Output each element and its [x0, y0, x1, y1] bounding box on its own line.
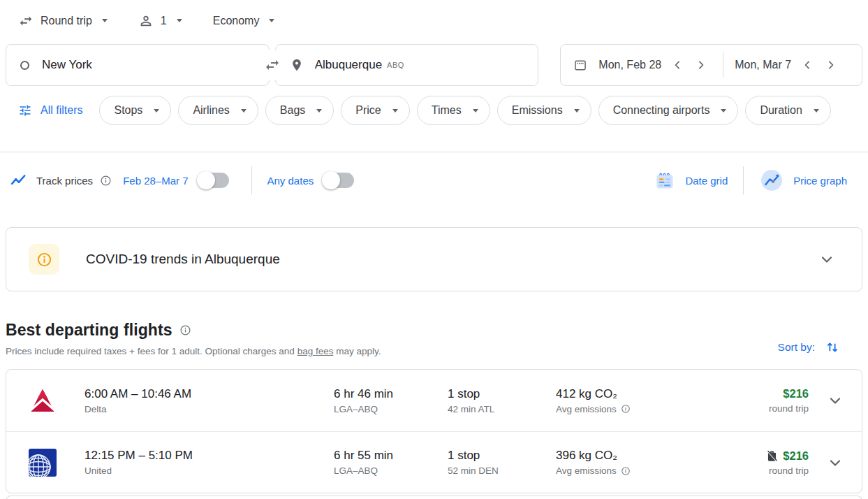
return-date-next-button[interactable] — [819, 53, 843, 77]
filter-bags-label: Bags — [280, 104, 305, 117]
info-icon[interactable] — [621, 404, 631, 414]
chevron-down-icon — [241, 109, 247, 113]
flight-duration: 6 hr 55 min — [334, 449, 448, 463]
expand-flight-button[interactable] — [809, 454, 862, 471]
info-icon[interactable] — [100, 175, 112, 187]
results-heading: Best departing flights — [6, 321, 172, 340]
track-prices-toggle[interactable] — [198, 173, 229, 188]
stops-count: 1 stop — [448, 449, 556, 463]
trip-options-bar: Round trip 1 Economy — [0, 0, 868, 32]
sort-by-label: Sort by: — [778, 341, 815, 354]
cabin-class-label: Economy — [213, 15, 260, 27]
passenger-selector[interactable]: 1 — [138, 13, 182, 29]
disclaimer-prefix: Prices include required taxes + fees for… — [6, 346, 297, 356]
departure-date-value: Mon, Feb 28 — [598, 59, 661, 71]
filter-connecting-airports-label: Connecting airports — [613, 104, 710, 117]
filter-price[interactable]: Price — [341, 96, 409, 125]
duration-cell: 6 hr 46 min LGA–ABQ — [334, 387, 448, 414]
destination-airport-code: ABQ — [387, 61, 404, 69]
flight-row-delta[interactable]: 6:00 AM – 10:46 AM Delta 6 hr 46 min LGA… — [6, 370, 862, 431]
stops-cell: 1 stop 42 min ATL — [448, 387, 556, 414]
return-date-field[interactable]: Mon, Mar 7 — [730, 53, 859, 77]
track-prices-label: Track prices — [36, 175, 93, 187]
sort-by-button[interactable]: Sort by: — [778, 340, 840, 355]
price-graph-label: Price graph — [793, 175, 847, 187]
emissions-value: 396 kg CO₂ — [556, 449, 683, 463]
flight-times: 12:15 PM – 5:10 PM — [84, 449, 334, 463]
filter-duration[interactable]: Duration — [745, 96, 830, 125]
date-grid-icon — [654, 169, 676, 191]
filter-price-label: Price — [355, 104, 381, 117]
stop-detail: 42 min ATL — [448, 404, 556, 414]
info-icon[interactable] — [179, 324, 191, 336]
filter-stops-label: Stops — [114, 104, 142, 117]
filter-airlines[interactable]: Airlines — [178, 96, 258, 125]
swap-origin-destination-button[interactable] — [257, 50, 288, 80]
vertical-divider — [251, 166, 252, 194]
expand-flight-button[interactable] — [809, 392, 862, 409]
chevron-down-icon — [102, 19, 108, 22]
emissions-cell: 412 kg CO₂ Avg emissions — [556, 387, 683, 414]
info-icon[interactable] — [621, 466, 631, 476]
chevron-down-icon — [574, 109, 580, 113]
flight-route: LGA–ABQ — [334, 465, 448, 476]
price-cell: $216 round trip — [683, 387, 809, 414]
price-graph-icon — [759, 168, 784, 193]
origin-input[interactable]: New York — [6, 44, 270, 86]
filter-duration-label: Duration — [760, 104, 802, 117]
price-qualifier: round trip — [683, 403, 809, 414]
flight-row-united[interactable]: 12:15 PM – 5:10 PM United 6 hr 55 min LG… — [6, 431, 862, 493]
departure-date-previous-button[interactable] — [665, 53, 689, 77]
filter-times[interactable]: Times — [417, 96, 490, 125]
location-pin-icon — [290, 58, 304, 72]
calendar-icon — [573, 58, 587, 72]
swap-horizontal-icon — [18, 13, 34, 29]
date-grid-button[interactable]: Date grid — [654, 169, 728, 191]
price-cell: $216 round trip — [683, 449, 809, 476]
trip-type-selector[interactable]: Round trip — [18, 13, 108, 29]
toggle-knob — [322, 171, 340, 189]
section-divider — [0, 152, 868, 152]
covid-info-icon — [29, 244, 59, 275]
any-dates-label[interactable]: Any dates — [267, 175, 314, 187]
filter-stops[interactable]: Stops — [99, 96, 171, 125]
destination-input[interactable]: Albuquerque ABQ — [275, 44, 539, 86]
filter-emissions-label: Emissions — [512, 104, 563, 117]
trip-type-label: Round trip — [41, 15, 92, 27]
price-graph-button[interactable]: Price graph — [759, 168, 847, 193]
return-date-value: Mon, Mar 7 — [735, 59, 791, 71]
bag-fees-link[interactable]: bag fees — [297, 346, 334, 356]
all-filters-button[interactable]: All filters — [18, 103, 82, 117]
chevron-down-icon — [827, 392, 844, 409]
covid-trends-banner[interactable]: COVID-19 trends in Albuquerque — [6, 227, 862, 291]
origin-circle-icon — [20, 61, 29, 70]
disclaimer-suffix: may apply. — [333, 346, 381, 356]
covid-banner-title: COVID-19 trends in Albuquerque — [86, 252, 280, 267]
united-logo — [29, 449, 57, 477]
departure-date-next-button[interactable] — [689, 53, 713, 77]
emissions-label: Avg emissions — [556, 404, 617, 414]
next-flight-row-stub — [6, 496, 862, 499]
price-disclaimer: Prices include required taxes + fees for… — [6, 346, 381, 356]
track-prices-row: Track prices Feb 28–Mar 7 Any dates Date… — [0, 162, 868, 198]
filter-times-label: Times — [432, 104, 462, 117]
filter-bags[interactable]: Bags — [265, 96, 334, 125]
chevron-right-icon — [824, 58, 838, 72]
departure-date-field[interactable]: Mon, Feb 28 — [587, 53, 716, 77]
emissions-label: Avg emissions — [556, 465, 617, 476]
filter-connecting-airports[interactable]: Connecting airports — [598, 96, 739, 125]
chevron-down-icon — [177, 19, 182, 22]
cabin-class-selector[interactable]: Economy — [213, 15, 275, 27]
swap-arrows-icon — [264, 57, 281, 73]
price-value: $216 — [783, 387, 809, 400]
any-dates-toggle[interactable] — [323, 173, 354, 188]
chevron-down-icon — [316, 109, 322, 113]
flight-duration: 6 hr 46 min — [334, 387, 448, 401]
track-date-range-label[interactable]: Feb 28–Mar 7 — [123, 175, 188, 187]
vertical-divider — [743, 166, 744, 194]
chevron-down-icon[interactable] — [818, 251, 835, 268]
filter-emissions[interactable]: Emissions — [497, 96, 591, 125]
return-date-previous-button[interactable] — [795, 53, 819, 77]
all-filters-label: All filters — [41, 104, 82, 117]
flight-route: LGA–ABQ — [334, 404, 448, 414]
